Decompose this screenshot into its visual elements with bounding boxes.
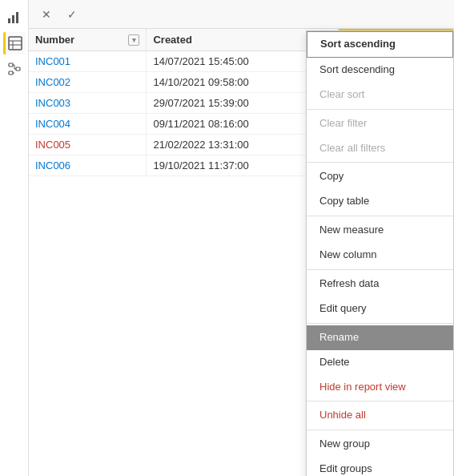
svg-rect-9 — [16, 67, 20, 71]
menu-delete[interactable]: Delete — [307, 350, 453, 375]
menu-edit-query[interactable]: Edit query — [307, 296, 453, 321]
close-button[interactable]: ✕ — [35, 3, 58, 26]
menu-hide-report-view[interactable]: Hide in report view — [307, 375, 453, 400]
menu-clear-all-filters: Clear all filters — [307, 136, 453, 161]
menu-sort-descending[interactable]: Sort descending — [307, 58, 453, 83]
divider-5 — [307, 323, 453, 324]
divider-1 — [307, 109, 453, 110]
menu-new-column[interactable]: New column — [307, 243, 453, 268]
cell-number-3: INC003 — [29, 93, 147, 114]
sidebar-icon-table[interactable] — [3, 32, 26, 54]
menu-sort-ascending[interactable]: Sort ascending — [307, 31, 453, 58]
svg-rect-7 — [9, 63, 13, 67]
cell-number-1: INC001 — [29, 51, 147, 72]
toolbar: ✕ ✓ — [29, 0, 454, 29]
column-number-filter[interactable]: ▾ — [128, 34, 139, 46]
cell-number-6: INC006 — [29, 155, 147, 176]
main-panel: ✕ ✓ Number ▾ Created ▾ — [29, 0, 454, 476]
menu-unhide-all[interactable]: Unhide all — [307, 403, 453, 428]
svg-rect-1 — [12, 15, 14, 23]
sidebar-icon-chart[interactable] — [3, 6, 26, 29]
cell-number-5: INC005 — [29, 135, 147, 155]
svg-rect-3 — [9, 37, 22, 50]
divider-3 — [307, 216, 453, 216]
column-number-label: Number — [35, 34, 74, 46]
menu-refresh-data[interactable]: Refresh data — [307, 272, 453, 296]
check-button[interactable]: ✓ — [61, 3, 83, 26]
cell-number-2: INC002 — [29, 72, 147, 93]
svg-rect-0 — [8, 18, 10, 23]
menu-rename[interactable]: Rename — [307, 325, 453, 350]
menu-new-group[interactable]: New group — [307, 432, 453, 457]
divider-2 — [307, 162, 453, 163]
divider-7 — [307, 430, 453, 430]
svg-rect-2 — [16, 12, 18, 23]
cell-number-4: INC004 — [29, 114, 147, 135]
menu-copy-table[interactable]: Copy table — [307, 189, 453, 214]
divider-4 — [307, 269, 453, 270]
sidebar — [0, 0, 29, 476]
menu-edit-groups[interactable]: Edit groups — [307, 457, 453, 476]
column-number: Number ▾ — [29, 29, 147, 51]
column-created-label: Created — [153, 34, 191, 46]
menu-copy[interactable]: Copy — [307, 164, 453, 189]
sidebar-icon-hierarchy[interactable] — [3, 58, 26, 80]
context-menu: Sort ascending Sort descending Clear sor… — [306, 30, 454, 476]
divider-6 — [307, 401, 453, 401]
menu-clear-filter: Clear filter — [307, 111, 453, 136]
menu-new-measure[interactable]: New measure — [307, 218, 453, 243]
menu-clear-sort: Clear sort — [307, 83, 453, 107]
svg-rect-8 — [9, 71, 13, 75]
